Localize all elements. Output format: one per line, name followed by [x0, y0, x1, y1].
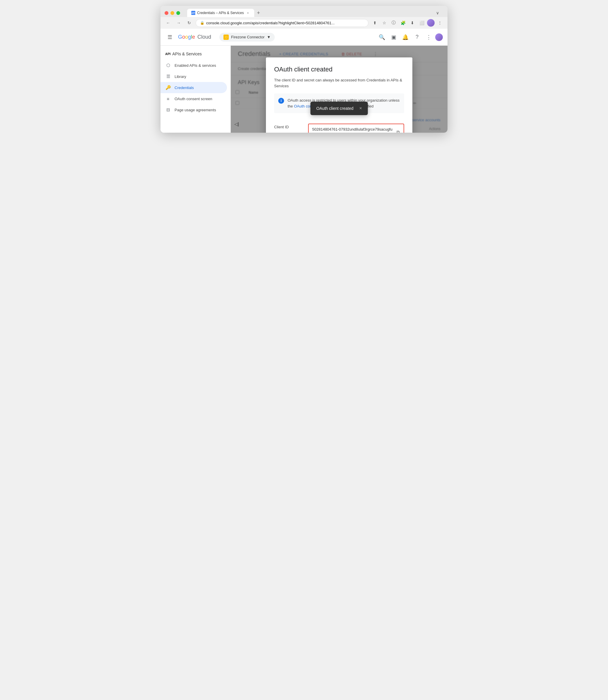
modal-description: The client ID and secret can always be a… — [274, 77, 404, 89]
header-more-button[interactable]: ⋮ — [423, 32, 434, 42]
sidebar-item-oauth-label: OAuth consent screen — [174, 97, 212, 101]
library-icon: ☰ — [165, 74, 171, 79]
logo-o2: o — [185, 34, 188, 40]
browser-more-button[interactable]: ⋮ — [436, 19, 444, 27]
cloud-text: Cloud — [197, 34, 211, 40]
close-traffic-light[interactable] — [165, 11, 168, 15]
bookmark-button[interactable]: ☆ — [380, 19, 388, 27]
credentials-icon: 🔑 — [165, 84, 171, 91]
sidebar-heading: APIs & Services — [172, 52, 202, 56]
copy-client-id-button[interactable]: ⧉ — [394, 129, 402, 133]
toast-close-button[interactable]: × — [359, 106, 362, 111]
logo-e: e — [192, 34, 195, 40]
project-selector[interactable]: ⬡ Firezone Connector ▼ — [220, 33, 275, 42]
page-content: Credentials + CREATE CREDENTIALS 🗑 DELET… — [231, 46, 448, 133]
address-text: console.cloud.google.com/apis/credential… — [206, 21, 364, 25]
page-usage-icon: ⊟ — [165, 107, 171, 113]
window-dropdown[interactable]: ∨ — [432, 11, 443, 15]
sidebar-item-enabled-apis[interactable]: ⬡ Enabled APIs & services — [160, 60, 227, 71]
new-tab-button[interactable]: + — [254, 9, 262, 17]
toast-message: OAuth client created — [316, 106, 354, 111]
client-id-field-row: Client ID 502814804761-07932und8ulaf3rgr… — [274, 120, 404, 133]
sidebar: API APIs & Services ⬡ Enabled APIs & ser… — [160, 46, 231, 133]
logo-o1: o — [182, 34, 185, 40]
nav-actions: ⬆ ☆ ⓘ 🧩 ⬇ ⬜ ⋮ — [371, 19, 444, 27]
hamburger-menu[interactable]: ☰ — [165, 33, 174, 42]
forward-button[interactable]: → — [174, 19, 183, 27]
browser-nav: ← → ↻ 🔒 console.cloud.google.com/apis/cr… — [160, 17, 448, 29]
tab-title: Credentials – APIs & Services — [197, 11, 244, 15]
search-button[interactable]: 🔍 — [377, 32, 387, 42]
toast-notification: OAuth client created × — [310, 102, 368, 115]
google-cloud-logo[interactable]: Google Cloud — [178, 34, 211, 40]
download-button[interactable]: ⬇ — [408, 19, 416, 27]
info-banner-icon: i — [278, 98, 284, 104]
app-container: ☰ Google Cloud ⬡ Firezone Connector ▼ 🔍 … — [160, 29, 448, 133]
main-layout: API APIs & Services ⬡ Enabled APIs & ser… — [160, 46, 448, 133]
help-button[interactable]: ? — [412, 32, 422, 42]
client-id-value: 502814804761-07932und8ulaf3rgrce79sacugf… — [312, 127, 393, 133]
enabled-apis-icon: ⬡ — [165, 62, 171, 68]
oauth-icon: ≡ — [165, 96, 171, 102]
sidebar-button[interactable]: ⬜ — [418, 19, 426, 27]
browser-titlebar: API Credentials – APIs & Services × + ∨ — [160, 6, 448, 17]
image-search-button[interactable]: ▣ — [388, 32, 399, 42]
notification-button[interactable]: 🔔 — [400, 32, 411, 42]
modal-overlay: OAuth client created The client ID and s… — [231, 46, 448, 133]
sidebar-item-library[interactable]: ☰ Library — [160, 71, 227, 82]
sidebar-item-oauth[interactable]: ≡ OAuth consent screen — [160, 93, 227, 104]
logo-g2: g — [188, 34, 191, 40]
api-badge: API — [165, 52, 170, 56]
modal-title: OAuth client created — [274, 65, 404, 73]
address-bar[interactable]: 🔒 console.cloud.google.com/apis/credenti… — [196, 19, 368, 27]
share-button[interactable]: ⬆ — [371, 19, 379, 27]
back-button[interactable]: ← — [164, 19, 172, 27]
user-avatar[interactable] — [435, 33, 443, 41]
extensions-button[interactable]: 🧩 — [399, 19, 407, 27]
logo-g: G — [178, 34, 182, 40]
info-button[interactable]: ⓘ — [390, 19, 398, 27]
oauth-created-modal: OAuth client created The client ID and s… — [266, 57, 412, 133]
sidebar-item-enabled-apis-label: Enabled APIs & services — [174, 63, 216, 68]
client-id-label: Client ID — [274, 124, 303, 129]
tab-bar: API Credentials – APIs & Services × + — [187, 9, 429, 17]
project-icon: ⬡ — [224, 35, 229, 40]
active-tab[interactable]: API Credentials – APIs & Services × — [187, 9, 254, 17]
refresh-button[interactable]: ↻ — [185, 19, 193, 27]
profile-avatar[interactable] — [427, 19, 435, 27]
app-header: ☰ Google Cloud ⬡ Firezone Connector ▼ 🔍 … — [160, 29, 448, 46]
project-chevron: ▼ — [267, 35, 271, 39]
header-actions: 🔍 ▣ 🔔 ? ⋮ — [377, 32, 443, 42]
maximize-traffic-light[interactable] — [176, 11, 180, 15]
tab-favicon: API — [191, 11, 195, 15]
project-name: Firezone Connector — [231, 35, 264, 39]
lock-icon: 🔒 — [200, 21, 205, 25]
sidebar-item-credentials-label: Credentials — [174, 86, 194, 90]
sidebar-item-page-usage-label: Page usage agreements — [174, 108, 216, 112]
sidebar-item-library-label: Library — [174, 74, 186, 79]
tab-close-button[interactable]: × — [245, 11, 250, 15]
traffic-lights — [165, 11, 180, 15]
sidebar-item-page-usage[interactable]: ⊟ Page usage agreements — [160, 104, 227, 115]
client-id-value-box: 502814804761-07932und8ulaf3rgrce79sacugf… — [308, 124, 404, 133]
minimize-traffic-light[interactable] — [170, 11, 174, 15]
sidebar-item-credentials[interactable]: 🔑 Credentials — [160, 82, 227, 93]
